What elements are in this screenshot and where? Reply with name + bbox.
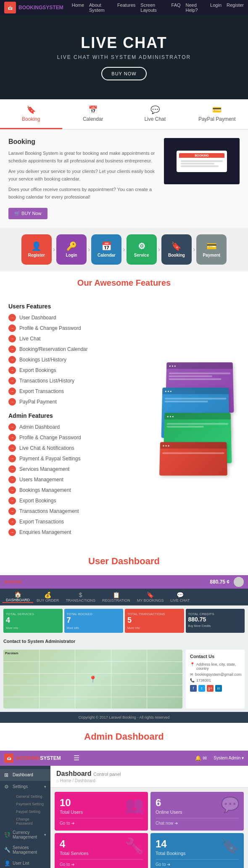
mock-screen-4: ● ● ●: [159, 442, 227, 476]
stat-credits-more[interactable]: Buy More Credits: [188, 624, 243, 627]
admin-hamburger-icon[interactable]: ☰: [74, 754, 79, 762]
linkedin-icon[interactable]: in: [215, 685, 222, 692]
stat-bookings-link[interactable]: Go to ➜: [156, 859, 239, 867]
sidebar-settings-sub: General Setting Payment Setting Paypal S…: [0, 793, 50, 827]
feature-user-calendar: Booking/Reservation Calendar: [8, 345, 147, 353]
feature-admin-enquiries: Enquiries Management: [8, 528, 147, 536]
user-dashboard-mock: BOOKINGSYSTEM 880.75 ¢ 🏠 DASHBOARD 💰 BUY…: [0, 575, 248, 723]
logo[interactable]: 📅 BOOKINGSYSTEM: [4, 2, 63, 13]
booking-buy-button[interactable]: 🛒 BUY Now: [8, 208, 47, 219]
admin-main-title: Dashboard Control panel: [56, 770, 242, 778]
dash-nav-mybookings-label: MY BOOKINGS: [137, 598, 164, 603]
workflow-payment-label: Payment: [203, 253, 220, 257]
map-section: Parolam 📍: [3, 650, 182, 709]
dash-nav-livechat[interactable]: 💬 LIVE CHAT: [167, 592, 193, 603]
sidebar-dashboard-label: Dashboard: [13, 772, 33, 777]
sidebar-sub-changepass[interactable]: Change Password: [12, 815, 50, 827]
user-dash-logo: BOOKINGSYSTEM: [4, 579, 210, 584]
feature-user-livechat: Live Chat: [8, 335, 147, 342]
stat-admin-services-link[interactable]: Go to ➜: [60, 859, 143, 867]
feature-dot-7: [8, 377, 16, 385]
feature-dot-9: [8, 398, 16, 406]
sidebar-sub-paypal[interactable]: Paypal Setting: [12, 808, 50, 815]
admin-main-header: Dashboard Control panel ⌂ Home / Dashboa…: [50, 766, 248, 788]
sidebar-item-userlist[interactable]: 👤 User List: [0, 857, 50, 868]
workflow-booking[interactable]: 🔖 Booking: [161, 234, 192, 265]
dash-nav-registration-label: REGISTRATION: [102, 598, 130, 603]
stat-booked-more[interactable]: More info: [67, 626, 121, 629]
awesome-title: Our Awesome Features: [0, 278, 248, 288]
nav-features[interactable]: Features: [117, 3, 135, 13]
sidebar-item-settings[interactable]: ⚙ Settings: [0, 781, 50, 793]
nav-faq[interactable]: FAQ: [171, 3, 181, 13]
nav-help[interactable]: Need Help?: [186, 3, 206, 13]
dash-nav-dashboard[interactable]: 🏠 DASHBOARD: [3, 591, 33, 603]
nav-about[interactable]: About System: [89, 3, 112, 13]
nav-layouts[interactable]: Screen Layouts: [140, 3, 166, 13]
admin-stat-users: 10 Total Users 👥 Go to ➜: [55, 792, 148, 831]
stat-online-link[interactable]: Chat now ➜: [156, 818, 239, 826]
workflow-payment[interactable]: 💳 Payment: [196, 234, 227, 265]
sidebar-item-services[interactable]: 🔧 Services Management: [0, 842, 50, 857]
admin-logo-text: BOOKINGSYSTEM: [16, 755, 61, 761]
feature-admin-profile: Profile & Change Password: [8, 434, 147, 441]
booking-image: BOOKING: [164, 138, 240, 184]
workflow-payment-icon: 💳: [206, 241, 217, 251]
sidebar-sub-general[interactable]: General Setting: [12, 793, 50, 800]
twitter-icon[interactable]: t: [198, 685, 205, 692]
dash-nav-transactions[interactable]: $ TRANSACTIONS: [62, 592, 99, 603]
feature-user-transactions: Transactions List/History: [8, 377, 147, 385]
nav-register[interactable]: Register: [227, 3, 244, 13]
workflow-calendar[interactable]: 📅 Calendar: [91, 234, 121, 265]
stat-users-icon: 👥: [125, 796, 144, 814]
feature-dot-4: [8, 345, 16, 353]
sidebar-item-currency[interactable]: 💱 Currency Management: [0, 827, 50, 842]
feature-dot-a6: [8, 476, 16, 483]
stat-booked: TOTAL BOOKED 7 More info: [64, 609, 124, 633]
feature-dot-a11: [8, 528, 16, 536]
dash-nav-registration[interactable]: 📋 REGISTRATION: [99, 592, 134, 603]
currency-icon: 💱: [4, 832, 10, 838]
workflow-login[interactable]: 🔑 Login: [56, 234, 87, 265]
workflow-step-login: 🔑 Login ›: [56, 234, 91, 265]
sidebar-item-dashboard[interactable]: ⊞ Dashboard: [0, 769, 50, 781]
dash-nav-transactions-label: TRANSACTIONS: [66, 598, 95, 603]
nav-home[interactable]: Home: [72, 3, 84, 13]
stat-users-link[interactable]: Go to ➜: [60, 818, 143, 826]
workflow-login-icon: 🔑: [66, 241, 77, 251]
contact-card: Contact Us 📍 Address line, city, state, …: [186, 650, 245, 709]
hero-buy-button[interactable]: BUY NOW: [101, 67, 146, 80]
sidebar-sub-payment[interactable]: Payment Setting: [12, 800, 50, 808]
dash-nav-mybookings[interactable]: 🔖 MY BOOKINGS: [134, 592, 167, 603]
nav-login[interactable]: Login: [210, 3, 222, 13]
stat-credits-label: TOTAL CREDITS: [188, 612, 243, 616]
dash-nav-buyorder[interactable]: 💰 BUY ORDER: [33, 592, 62, 603]
facebook-icon[interactable]: f: [190, 685, 197, 692]
booking-screen-mock: BOOKING: [177, 151, 227, 172]
feature-user-export: Export Bookings: [8, 366, 147, 374]
workflow-step-register: 👤 Register ›: [21, 234, 56, 265]
tab-livechat[interactable]: 💬 Live Chat: [124, 99, 186, 129]
booking-image-inner: BOOKING: [164, 138, 240, 184]
tab-booking[interactable]: 🔖 Booking: [0, 99, 62, 129]
hero-title: LIVE CHAT: [57, 34, 191, 52]
feature-dot-a9: [8, 507, 16, 515]
admin-user-menu[interactable]: System Admin ▾: [214, 756, 244, 760]
admin-stat-online: 6 Online Users 💬 Chat now ➜: [150, 792, 244, 831]
googleplus-icon[interactable]: g+: [207, 685, 214, 692]
stat-transactions-more[interactable]: More info: [127, 626, 182, 629]
workflow-service[interactable]: ⚙ Service: [127, 234, 157, 265]
admin-stat-bookings: 14 Total Bookings 🔖 Go to ➜: [150, 833, 244, 868]
dash-nav-buyorder-label: BUY ORDER: [37, 598, 59, 603]
tab-livechat-icon: 💬: [127, 105, 183, 114]
tab-calendar[interactable]: 📅 Calendar: [62, 99, 124, 129]
stat-admin-services-icon: 🔧: [125, 837, 144, 855]
dash-nav-transactions-icon: $: [66, 592, 95, 598]
stat-services-more[interactable]: More info: [6, 626, 60, 629]
workflow-register[interactable]: 👤 Register: [21, 234, 52, 265]
stat-transactions: TOTAL TRANSACTIONS 5 More info: [125, 609, 184, 633]
admin-logo[interactable]: 📅 BOOKINGSYSTEM: [4, 754, 61, 763]
tab-paypal[interactable]: 💳 PayPal Payment: [186, 99, 248, 129]
feature-dot-a4: [8, 455, 16, 462]
user-subnav: 🏠 DASHBOARD 💰 BUY ORDER $ TRANSACTIONS 📋…: [0, 589, 248, 605]
